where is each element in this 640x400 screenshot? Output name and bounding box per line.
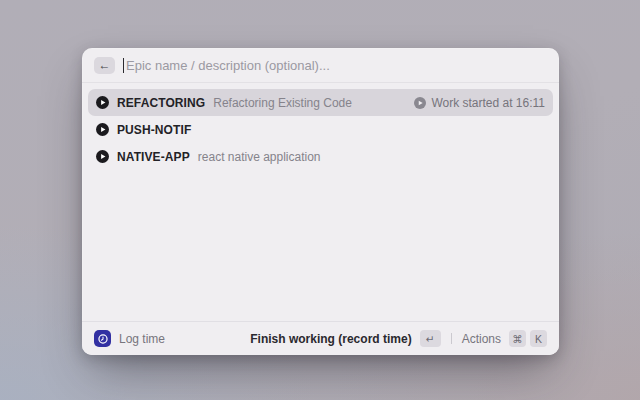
search-field-wrap [123,58,547,73]
list-item[interactable]: NATIVE-APP react native application [88,143,553,170]
cmd-key[interactable]: ⌘ [509,330,526,347]
footer-divider [451,333,452,344]
enter-key[interactable]: ↵ [420,330,441,347]
search-input[interactable] [124,58,547,73]
list-item[interactable]: PUSH-NOTIF [88,116,553,143]
search-header: ← [82,48,559,83]
epic-title: REFACTORING [117,96,205,110]
k-key[interactable]: K [530,330,547,347]
app-name-label: Log time [119,332,165,346]
epic-title: PUSH-NOTIF [117,123,191,137]
row-accessory: Work started at 16:11 [414,96,545,110]
actions-shortcut: ⌘ K [509,330,547,347]
play-circle-icon [414,97,426,109]
play-circle-icon [96,96,109,109]
clock-icon [94,330,111,347]
epic-subtitle: Refactoring Existing Code [213,96,352,110]
back-button[interactable]: ← [94,57,115,74]
primary-action-label[interactable]: Finish working (record time) [250,332,411,346]
arrow-left-icon: ← [99,59,111,71]
epic-list: REFACTORING Refactoring Existing Code Wo… [82,83,559,321]
accessory-text: Work started at 16:11 [431,96,545,110]
command-palette-window: ← REFACTORING Refactoring Existing Code [82,48,559,355]
footer-bar: Log time Finish working (record time) ↵ … [82,321,559,355]
list-item[interactable]: REFACTORING Refactoring Existing Code Wo… [88,89,553,116]
play-circle-icon [96,150,109,163]
epic-title: NATIVE-APP [117,150,190,164]
epic-subtitle: react native application [198,150,321,164]
actions-label[interactable]: Actions [462,332,501,346]
play-circle-icon [96,123,109,136]
